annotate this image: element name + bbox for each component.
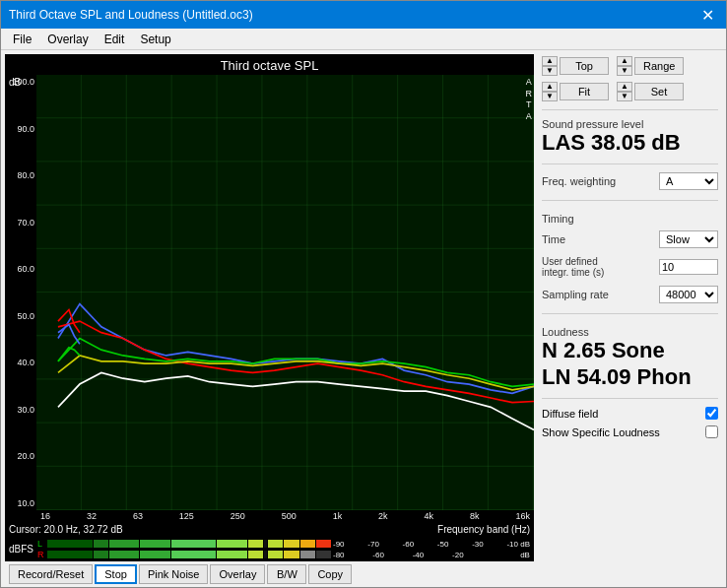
menu-file[interactable]: File <box>5 31 39 48</box>
spl-section: Sound pressure level LAS 38.05 dB <box>542 118 718 156</box>
overlay-button[interactable]: Overlay <box>210 564 265 584</box>
menu-overlay[interactable]: Overlay <box>39 31 96 48</box>
diffuse-field-checkbox[interactable] <box>705 407 718 420</box>
sampling-rate-label: Sampling rate <box>542 289 609 300</box>
cursor-label: Cursor: <box>9 524 41 535</box>
r-label: R <box>37 550 45 559</box>
show-specific-row: Show Specific Loudness <box>542 425 718 438</box>
top-down-button[interactable]: ▼ <box>542 66 558 76</box>
integr-time-input[interactable] <box>659 259 718 275</box>
range-down-button[interactable]: ▼ <box>617 66 632 76</box>
loudness-label: Loudness <box>542 326 718 338</box>
record-reset-button[interactable]: Record/Reset <box>9 564 93 584</box>
fit-up-button[interactable]: ▲ <box>542 82 558 92</box>
right-panel: ▲ ▼ Top ▲ ▼ Range ▲ ▼ <box>534 50 726 587</box>
arta-label: ARTA <box>526 77 533 123</box>
stop-button[interactable]: Stop <box>95 564 137 584</box>
menu-edit[interactable]: Edit <box>97 31 133 48</box>
set-button[interactable]: Set <box>634 83 684 100</box>
freq-band-label: Frequency band (Hz) <box>437 524 530 535</box>
sampling-rate-select[interactable]: 48000 44100 96000 <box>659 286 718 303</box>
freq-weighting-row: Freq. weighting A C Z <box>542 172 718 190</box>
main-window: Third Octave SPL and Loudness (Untitled.… <box>0 0 727 588</box>
copy-button[interactable]: Copy <box>308 564 352 584</box>
l-label: L <box>37 539 45 549</box>
loudness-section: Loudness N 2.65 Sone LN 54.09 Phon <box>542 322 718 390</box>
close-button[interactable]: ✕ <box>697 6 718 25</box>
fit-button[interactable]: Fit <box>560 83 609 100</box>
diffuse-field-row: Diffuse field <box>542 407 718 420</box>
divider-2 <box>542 163 718 164</box>
sampling-rate-row: Sampling rate 48000 44100 96000 <box>542 286 718 303</box>
range-button[interactable]: Range <box>634 57 684 75</box>
menu-bar: File Overlay Edit Setup <box>1 29 726 50</box>
cursor-row: Cursor: 20.0 Hz, 32.72 dB Frequency band… <box>5 522 534 537</box>
range-up-button[interactable]: ▲ <box>617 56 632 66</box>
db-axis-label: dB <box>9 77 21 88</box>
integr-time-label: User definedintegr. time (s) <box>542 256 604 278</box>
chart-plot: ARTA dB <box>36 75 534 510</box>
timing-label: Timing <box>542 213 718 225</box>
pink-noise-button[interactable]: Pink Noise <box>139 564 209 584</box>
x-axis-ticks: 16 32 63 125 250 500 1k 2k 4k 8k 16k <box>5 510 534 522</box>
chart-title: Third octave SPL <box>5 54 534 75</box>
top-up-button[interactable]: ▲ <box>542 56 558 66</box>
show-specific-label: Show Specific Loudness <box>542 426 660 438</box>
freq-weighting-select[interactable]: A C Z <box>659 172 718 190</box>
integr-time-row: User definedintegr. time (s) <box>542 256 718 278</box>
top-button[interactable]: Top <box>560 57 609 75</box>
menu-setup[interactable]: Setup <box>132 31 178 48</box>
spl-label: Sound pressure level <box>542 118 718 130</box>
spl-value: LAS 38.05 dB <box>542 130 718 156</box>
l-meter-bar <box>47 540 331 548</box>
dbfs-meter: dBFS L <box>5 537 534 561</box>
main-content: Third octave SPL 100.0 90.0 80.0 70.0 60… <box>1 50 726 587</box>
set-up-button[interactable]: ▲ <box>617 82 632 92</box>
title-bar: Third Octave SPL and Loudness (Untitled.… <box>1 1 726 29</box>
time-select[interactable]: Slow Fast Impulse Peak <box>659 230 718 248</box>
set-down-button[interactable]: ▼ <box>617 92 632 101</box>
chart-svg <box>36 75 534 510</box>
divider-5 <box>542 398 718 399</box>
svg-rect-4 <box>36 75 534 510</box>
bottom-buttons-bar: Record/Reset Stop Pink Noise Overlay B/W… <box>5 561 534 587</box>
loudness-ln-value: LN 54.09 Phon <box>542 364 718 390</box>
y-axis: 100.0 90.0 80.0 70.0 60.0 50.0 40.0 30.0… <box>5 75 36 510</box>
freq-weighting-label: Freq. weighting <box>542 175 616 187</box>
time-label: Time <box>542 233 565 245</box>
fit-down-button[interactable]: ▼ <box>542 92 558 101</box>
loudness-n-value: N 2.65 Sone <box>542 338 718 363</box>
divider-3 <box>542 200 718 201</box>
divider-1 <box>542 109 718 110</box>
r-meter-bar <box>47 551 331 558</box>
time-row: Time Slow Fast Impulse Peak <box>542 230 718 248</box>
divider-4 <box>542 313 718 314</box>
dbfs-label: dBFS <box>9 544 33 555</box>
bw-button[interactable]: B/W <box>267 564 306 584</box>
window-title: Third Octave SPL and Loudness (Untitled.… <box>9 8 253 22</box>
cursor-value: 20.0 Hz, 32.72 dB <box>44 524 123 535</box>
show-specific-checkbox[interactable] <box>705 425 718 438</box>
diffuse-field-label: Diffuse field <box>542 408 598 420</box>
